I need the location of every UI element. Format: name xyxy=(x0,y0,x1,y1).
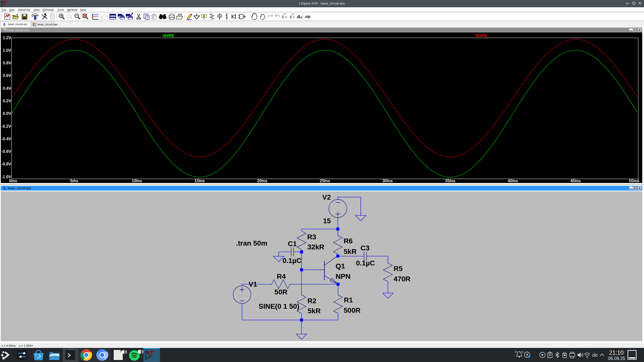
svg-text:E: E xyxy=(282,15,284,19)
svg-text:0.0V: 0.0V xyxy=(3,111,11,116)
svg-text:-0.4V: -0.4V xyxy=(2,137,11,141)
svg-text:.op: .op xyxy=(304,14,310,19)
svg-text:V2: V2 xyxy=(322,193,331,201)
svg-text:V(n003): V(n003) xyxy=(475,33,487,37)
svg-text:0.2V: 0.2V xyxy=(3,99,11,103)
svg-text:32kR: 32kR xyxy=(307,243,324,251)
svg-text:-0.6V: -0.6V xyxy=(2,149,11,154)
svg-text:de: de xyxy=(592,352,598,358)
svg-text:0.6V: 0.6V xyxy=(3,73,11,78)
svg-text:SINE(0 1 50): SINE(0 1 50) xyxy=(259,302,299,310)
svg-text:R4: R4 xyxy=(277,273,286,280)
svg-text:1.2V: 1.2V xyxy=(3,36,11,40)
svg-text:E: E xyxy=(290,15,292,19)
svg-text:NPN: NPN xyxy=(336,273,350,280)
svg-text:-0.2V: -0.2V xyxy=(2,124,11,128)
svg-text:50ms: 50ms xyxy=(629,179,639,183)
svg-text:5kR: 5kR xyxy=(308,307,320,315)
svg-text:R1: R1 xyxy=(344,296,353,304)
svg-text:V1: V1 xyxy=(249,280,257,288)
svg-text:A: A xyxy=(203,14,205,18)
svg-text:C3: C3 xyxy=(360,244,370,252)
svg-text:5kR: 5kR xyxy=(344,248,356,255)
svg-text:R6: R6 xyxy=(344,237,353,245)
svg-text:500R: 500R xyxy=(344,306,360,314)
svg-text:R2: R2 xyxy=(307,297,316,305)
svg-text:-0.8V: -0.8V xyxy=(2,162,11,166)
svg-text:m: m xyxy=(285,15,287,19)
svg-text:0.8V: 0.8V xyxy=(3,61,11,65)
svg-text:1.0V: 1.0V xyxy=(3,48,11,53)
svg-text:0ms: 0ms xyxy=(9,179,17,183)
svg-text:3: 3 xyxy=(293,15,295,19)
svg-text:-1.0V: -1.0V xyxy=(2,175,11,179)
svg-text:R5: R5 xyxy=(394,265,403,273)
svg-text:0.4V: 0.4V xyxy=(3,86,11,90)
svg-text:15: 15 xyxy=(323,217,331,225)
svg-text:06.09.25: 06.09.25 xyxy=(608,356,625,361)
svg-text:50R: 50R xyxy=(274,288,287,296)
svg-text:0.1µC: 0.1µC xyxy=(356,259,375,267)
svg-text:R3: R3 xyxy=(307,233,316,241)
svg-text:Q1: Q1 xyxy=(336,262,345,270)
svg-text:21:10: 21:10 xyxy=(609,349,624,356)
svg-text:a: a xyxy=(300,15,302,19)
svg-text:.tran 50m: .tran 50m xyxy=(236,239,267,247)
svg-text:A: A xyxy=(297,14,300,19)
svg-text:V(n005): V(n005) xyxy=(162,33,174,37)
svg-text:470R: 470R xyxy=(394,275,411,283)
svg-text:0.1µC: 0.1µC xyxy=(283,257,301,264)
svg-text:C1: C1 xyxy=(288,240,297,248)
